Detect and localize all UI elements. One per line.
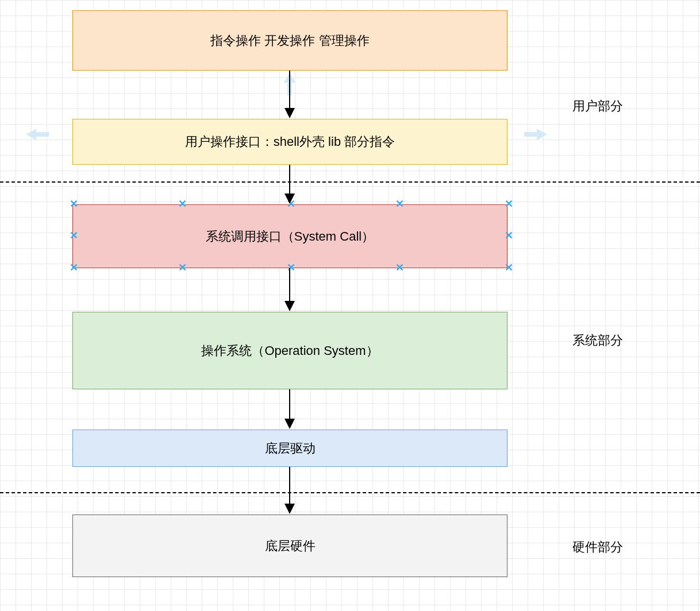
pan-up-icon[interactable] bbox=[282, 72, 298, 99]
box-user-interface[interactable]: 用户操作接口：shell外壳 lib 部分指令 bbox=[72, 119, 507, 165]
section-label-system: 系统部分 bbox=[572, 332, 623, 349]
svg-marker-2 bbox=[284, 72, 295, 95]
box-hardware-label: 底层硬件 bbox=[265, 537, 316, 555]
separator-system-hardware bbox=[0, 492, 700, 493]
box-system-call[interactable]: 系统调用接口（System Call） bbox=[72, 204, 507, 268]
resize-handle-icon[interactable]: ✕ bbox=[178, 202, 184, 207]
pan-right-icon[interactable] bbox=[524, 124, 547, 146]
resize-handle-icon[interactable]: ✕ bbox=[505, 202, 510, 207]
box-hardware[interactable]: 底层硬件 bbox=[72, 515, 507, 577]
box-operations-label: 指令操作 开发操作 管理操作 bbox=[210, 32, 369, 49]
box-os-label: 操作系统（Operation System） bbox=[201, 342, 378, 359]
box-driver[interactable]: 底层驱动 bbox=[72, 430, 507, 467]
diagram-canvas[interactable]: 指令操作 开发操作 管理操作 用户操作接口：shell外壳 lib 部分指令 系… bbox=[0, 0, 700, 611]
box-operations[interactable]: 指令操作 开发操作 管理操作 bbox=[72, 10, 507, 71]
box-driver-label: 底层驱动 bbox=[265, 440, 316, 457]
section-label-user: 用户部分 bbox=[572, 98, 623, 115]
box-os[interactable]: 操作系统（Operation System） bbox=[72, 312, 507, 389]
box-system-call-label: 系统调用接口（System Call） bbox=[206, 228, 374, 245]
pan-left-icon[interactable] bbox=[26, 124, 49, 146]
svg-marker-0 bbox=[26, 129, 49, 140]
resize-handle-icon[interactable]: ✕ bbox=[178, 265, 184, 271]
resize-handle-icon[interactable]: ✕ bbox=[395, 202, 401, 207]
resize-handle-icon[interactable]: ✕ bbox=[70, 233, 75, 239]
resize-handle-icon[interactable]: ✕ bbox=[70, 265, 75, 271]
resize-handle-icon[interactable]: ✕ bbox=[70, 202, 75, 207]
svg-marker-1 bbox=[524, 129, 547, 140]
box-user-interface-label: 用户操作接口：shell外壳 lib 部分指令 bbox=[185, 133, 395, 150]
resize-handle-icon[interactable]: ✕ bbox=[505, 265, 510, 271]
separator-user-system bbox=[0, 181, 700, 183]
resize-handle-icon[interactable]: ✕ bbox=[287, 265, 293, 271]
resize-handle-icon[interactable]: ✕ bbox=[505, 233, 510, 239]
resize-handle-icon[interactable]: ✕ bbox=[287, 202, 293, 207]
resize-handle-icon[interactable]: ✕ bbox=[395, 265, 401, 271]
section-label-hardware: 硬件部分 bbox=[572, 539, 623, 556]
